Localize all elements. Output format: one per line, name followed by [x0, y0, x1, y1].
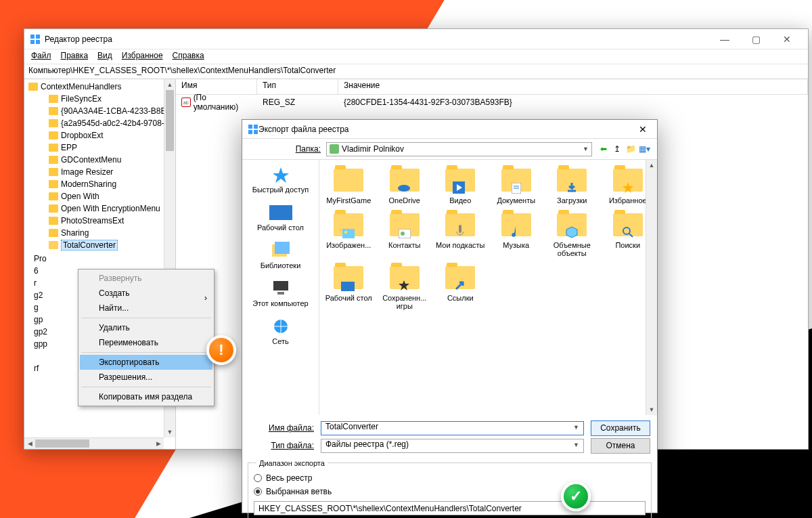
file-item[interactable]: OneDrive: [378, 167, 432, 204]
dialog-title: Экспорт файла реестра: [258, 125, 634, 134]
chevron-down-icon[interactable]: ▼: [573, 441, 579, 448]
menu-view[interactable]: Вид: [93, 49, 116, 64]
file-item[interactable]: MyFirstGame: [322, 167, 376, 204]
menu-fav[interactable]: Избранное: [118, 49, 167, 64]
svg-rect-0: [30, 35, 35, 39]
radio-icon: [254, 474, 262, 482]
tree-item[interactable]: DropboxExt: [24, 129, 175, 142]
folder-icon: [556, 167, 587, 194]
minimize-button[interactable]: ―: [709, 29, 740, 49]
file-item[interactable]: Музыка: [490, 211, 543, 257]
folder-icon: [333, 167, 364, 194]
file-item[interactable]: Контакты: [378, 211, 432, 257]
places-bar: Быстрый доступРабочий столБиблиотекиЭтот…: [242, 160, 319, 415]
tree-item[interactable]: TotalConverter: [24, 239, 175, 251]
svg-marker-21: [623, 182, 633, 193]
chevron-down-icon[interactable]: ▼: [573, 424, 579, 431]
tree-item[interactable]: Open With: [24, 190, 175, 202]
filetype-dropdown[interactable]: Файлы реестра (*.reg) ▼: [321, 439, 584, 453]
place-item[interactable]: Сеть: [245, 316, 316, 351]
place-item[interactable]: Рабочий стол: [245, 202, 316, 237]
value-row[interactable]: ab (По умолчанию) REG_SZ {280CFDE1-1354-…: [176, 95, 808, 110]
window-title: Редактор реестра: [45, 35, 709, 44]
cancel-button[interactable]: Отмена: [591, 438, 650, 454]
col-data[interactable]: Значение: [338, 79, 808, 94]
tree-item[interactable]: Sharing: [24, 227, 175, 239]
tree-item[interactable]: GDContextMenu: [24, 154, 175, 166]
ctxmenu-item[interactable]: Создать: [80, 286, 212, 301]
tree-item[interactable]: Open With EncryptionMenu: [24, 202, 175, 215]
ctxmenu-item[interactable]: Найти...: [80, 301, 212, 316]
file-item[interactable]: Ссылки: [434, 264, 487, 310]
folder-icon: [333, 211, 364, 238]
folder-icon: [501, 211, 532, 238]
folder-dropdown[interactable]: Vladimir Polnikov ▼: [326, 142, 592, 156]
address-bar[interactable]: Компьютер\HKEY_CLASSES_ROOT\*\shellex\Co…: [24, 64, 808, 79]
file-item[interactable]: Изображен...: [322, 211, 376, 257]
col-type[interactable]: Тип: [257, 79, 338, 94]
radio-all[interactable]: Весь реестр: [254, 471, 646, 485]
view-menu-icon[interactable]: ▦▾: [638, 143, 650, 155]
place-item[interactable]: Быстрый доступ: [245, 164, 316, 199]
tree-scrollbar-h[interactable]: ◀ ▶: [24, 437, 164, 449]
place-icon: [269, 279, 292, 298]
scroll-left-icon[interactable]: ◀: [24, 438, 35, 449]
toolbar-icons: ⬅ ↥ 📁 ▦▾: [597, 143, 650, 155]
close-button[interactable]: ✕: [771, 29, 803, 49]
dialog-titlebar[interactable]: Экспорт файла реестра ✕: [242, 120, 657, 139]
ctxmenu-item[interactable]: Переименовать: [80, 335, 212, 350]
tree-item[interactable]: Pro: [31, 253, 175, 265]
scroll-up-icon[interactable]: ▲: [646, 160, 657, 171]
svg-rect-1: [36, 35, 40, 39]
folder-icon: [556, 211, 587, 238]
filename-input[interactable]: TotalConverter ▼: [321, 421, 584, 435]
tree-item[interactable]: {a2a9545d-a0c2-42b4-9708-a0: [24, 117, 175, 129]
file-item[interactable]: Сохраненн... игры: [378, 264, 432, 310]
svg-rect-26: [459, 225, 461, 233]
tree-item[interactable]: {90AA3A4E-1CBA-4233-B8BB-: [24, 105, 175, 117]
file-item[interactable]: Объемные объекты: [545, 211, 599, 257]
files-scrollbar[interactable]: ▲ ▼: [646, 160, 657, 415]
scroll-down-icon[interactable]: ▼: [646, 404, 657, 415]
menu-file[interactable]: Файл: [27, 49, 55, 64]
tree-root-item[interactable]: ContextMenuHandlers: [24, 81, 175, 93]
file-item[interactable]: Загрузки: [545, 167, 599, 204]
maximize-button[interactable]: ▢: [740, 29, 771, 49]
tree-item[interactable]: PhotoStreamsExt: [24, 215, 175, 227]
values-header: Имя Тип Значение: [176, 79, 808, 95]
scroll-thumb[interactable]: [166, 90, 174, 151]
place-item[interactable]: Библиотеки: [245, 240, 316, 275]
new-folder-icon[interactable]: 📁: [625, 143, 637, 155]
file-item[interactable]: Видео: [434, 167, 487, 204]
tree-item[interactable]: Image Resizer: [24, 166, 175, 178]
col-name[interactable]: Имя: [176, 79, 257, 94]
file-item[interactable]: Документы: [490, 167, 543, 204]
ctxmenu-item[interactable]: Разрешения...: [80, 370, 212, 385]
place-item[interactable]: Этот компьютер: [245, 278, 316, 313]
ctxmenu-item[interactable]: Удалить: [80, 320, 212, 335]
export-dialog: Экспорт файла реестра ✕ Папка: Vladimir …: [242, 119, 658, 513]
export-range-legend: Диапазон экспорта: [256, 459, 328, 467]
menu-help[interactable]: Справка: [168, 49, 208, 64]
scroll-down-icon[interactable]: ▼: [164, 427, 175, 437]
back-icon[interactable]: ⬅: [597, 143, 610, 155]
scroll-thumb-h[interactable]: [35, 439, 89, 448]
dialog-close-button[interactable]: ✕: [634, 124, 652, 135]
tree-item[interactable]: FileSyncEx: [24, 93, 175, 105]
ctxmenu-item[interactable]: Экспортировать: [80, 355, 212, 370]
file-item[interactable]: Мои подкасты: [434, 211, 487, 257]
svg-line-29: [629, 234, 633, 237]
scroll-up-icon[interactable]: ▲: [164, 79, 175, 90]
tree-item[interactable]: ModernSharing: [24, 178, 175, 190]
save-button[interactable]: Сохранить: [591, 420, 650, 436]
menu-edit[interactable]: Правка: [57, 49, 93, 64]
svg-rect-6: [248, 130, 252, 134]
tree-item[interactable]: EPP: [24, 142, 175, 154]
folder-icon: [389, 167, 420, 194]
scroll-right-icon[interactable]: ▶: [153, 438, 164, 449]
files-view[interactable]: MyFirstGameOneDriveВидеоДокументыЗагрузк…: [319, 160, 657, 415]
titlebar[interactable]: Редактор реестра ― ▢ ✕: [24, 29, 808, 49]
ctxmenu-item[interactable]: Копировать имя раздела: [80, 389, 212, 404]
up-icon[interactable]: ↥: [611, 143, 623, 155]
file-item[interactable]: Рабочий стол: [322, 264, 376, 310]
